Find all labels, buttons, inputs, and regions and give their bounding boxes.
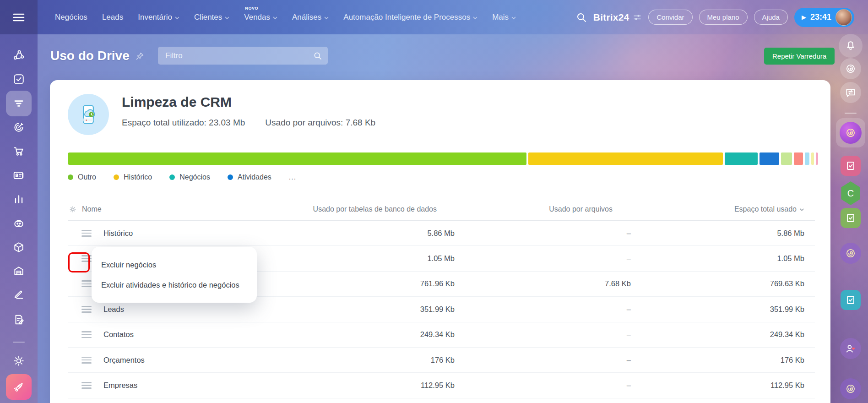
timer-value: 23:41 (810, 12, 831, 22)
drag-handle-icon[interactable] (81, 255, 92, 262)
sidebar-divider (13, 342, 25, 343)
notifications-bell-icon[interactable] (839, 34, 863, 58)
menu-item-excluir-negocios[interactable]: Excluir negócios (92, 255, 257, 275)
brand-bitrix24[interactable]: Bitrix24 (593, 12, 642, 23)
drag-handle-icon[interactable] (81, 357, 92, 364)
usage-segment-histórico[interactable] (528, 152, 723, 165)
usage-segment[interactable] (816, 152, 818, 165)
chevron-down-icon (175, 16, 179, 20)
settings-gear-icon[interactable] (13, 355, 25, 367)
hamburger-menu-button[interactable] (0, 0, 38, 34)
usage-segment-outro[interactable] (68, 152, 526, 165)
table-row[interactable]: Contatos 249.34 Kb – 249.34 Kb (68, 322, 815, 348)
usage-segment[interactable] (805, 152, 810, 165)
nav-item-inventario[interactable]: Inventário (138, 13, 179, 22)
copilot-swirl-icon[interactable] (840, 378, 861, 399)
top-navigation-bar: Negócios Leads Inventário Clientes NOVO … (0, 0, 868, 34)
col-db: Usado por tabelas de banco de dados (284, 205, 455, 213)
my-plan-button[interactable]: Meu plano (699, 10, 748, 25)
sign-c-badge[interactable]: C (840, 181, 862, 205)
drag-handle-icon[interactable] (81, 331, 92, 338)
menu-item-excluir-atividades[interactable]: Excluir atividades e histórico de negóci… (92, 275, 257, 295)
table-row[interactable]: Orçamentos 176 Kb – 176 Kb (68, 348, 815, 373)
nav-item-mais[interactable]: Mais (492, 13, 516, 22)
invite-button[interactable]: Convidar (648, 10, 692, 25)
legend-item-atividades: Atividades (228, 173, 271, 181)
nav-item-vendas[interactable]: NOVO Vendas (244, 13, 277, 22)
usage-segment[interactable] (811, 152, 814, 165)
collab-network-icon[interactable] (13, 49, 25, 61)
usage-legend: Outro Histórico Negócios Atividades ... (68, 173, 296, 181)
legend-dot (68, 174, 73, 180)
legend-item-historico: Histórico (114, 173, 152, 181)
drive-usage-card: Limpeza de CRM Espaço total utilizado: 2… (50, 80, 830, 403)
client-love-icon[interactable] (840, 338, 861, 359)
nav-item-clientes[interactable]: Clientes (194, 13, 229, 22)
crm-funnel-icon[interactable] (13, 98, 25, 109)
legend-more: ... (289, 173, 296, 181)
legend-dot (114, 174, 119, 180)
sort-chevron-icon (799, 207, 804, 212)
usage-segment[interactable] (781, 152, 792, 165)
analytics-chart-icon[interactable] (13, 193, 25, 205)
search-icon[interactable] (313, 51, 322, 60)
legend-item-negocios: Negócios (169, 173, 210, 181)
filter-search-box (158, 47, 328, 65)
table-row[interactable]: Empresas 112.95 Kb – 112.95 Kb (68, 373, 815, 398)
usage-segment[interactable] (794, 152, 803, 165)
usage-segment-negócios[interactable] (725, 152, 758, 165)
tasks-widget-teal-icon[interactable] (841, 290, 861, 310)
warehouse-icon[interactable] (13, 265, 25, 277)
tasks-widget-green-icon[interactable] (841, 208, 861, 228)
chevron-down-icon (511, 16, 516, 20)
right-widget-rail: C (836, 0, 865, 403)
drive-cleanup-avatar (68, 94, 109, 135)
sign-pen-icon[interactable] (13, 289, 25, 301)
usage-segment-atividades[interactable] (760, 152, 779, 165)
ai-robot-icon[interactable] (13, 217, 25, 229)
drag-handle-icon[interactable] (81, 306, 92, 313)
nav-item-leads[interactable]: Leads (102, 13, 123, 22)
novo-badge: NOVO (245, 6, 258, 11)
rescan-button[interactable]: Repetir Varredura (764, 48, 835, 65)
help-button[interactable]: Ajuda (754, 10, 788, 25)
total-used-stat: Espaço total utilizado: 23.03 Mb (122, 118, 245, 128)
storage-usage-bar (68, 152, 818, 165)
col-total-sort[interactable]: Espaço total usado (631, 205, 815, 213)
col-name: Nome (82, 205, 102, 213)
pin-icon[interactable] (135, 51, 145, 61)
contact-center-icon[interactable] (13, 169, 25, 181)
sliders-icon (633, 13, 642, 22)
marketing-target-icon[interactable] (13, 121, 25, 133)
chevron-down-icon (473, 16, 477, 20)
copilot-main-button[interactable] (836, 118, 865, 147)
nav-item-negocios[interactable]: Negócios (55, 13, 87, 22)
filter-input[interactable] (165, 51, 313, 60)
copilot-swirl-icon[interactable] (840, 58, 861, 79)
chevron-down-icon (273, 16, 277, 20)
upgrade-rocket-button[interactable] (6, 374, 32, 400)
drive-section-title: Limpeza de CRM (122, 94, 232, 110)
drag-handle-icon[interactable] (81, 280, 92, 287)
copilot-swirl-icon[interactable] (840, 243, 861, 264)
nav-item-automacao[interactable]: Automação Inteligente de Processos (343, 13, 477, 22)
search-icon[interactable] (576, 12, 587, 23)
left-sidebar (0, 0, 38, 403)
table-row[interactable]: Histórico 5.86 Mb – 5.86 Mb (68, 221, 815, 246)
gear-icon[interactable] (69, 205, 77, 213)
chat-transfer-icon[interactable] (840, 82, 861, 103)
shop-cart-icon[interactable] (13, 145, 25, 157)
table-header: Nome Usado por tabelas de banco de dados… (68, 193, 815, 221)
drag-handle-icon[interactable] (81, 230, 92, 237)
used-by-files-stat: Usado por arquivos: 7.68 Kb (265, 118, 375, 128)
device-cloud-icon (76, 103, 100, 126)
copilot-swirl-icon (845, 127, 857, 139)
drag-handle-icon[interactable] (81, 382, 92, 389)
inventory-box-icon[interactable] (13, 241, 25, 253)
play-icon: ▶ (802, 14, 806, 21)
context-menu: Excluir negócios Excluir atividades e hi… (92, 247, 257, 303)
nav-item-analises[interactable]: Análises (292, 13, 329, 22)
documents-icon[interactable] (13, 314, 25, 326)
tasks-widget-pink-icon[interactable] (841, 156, 861, 176)
tasks-icon[interactable] (13, 73, 25, 85)
